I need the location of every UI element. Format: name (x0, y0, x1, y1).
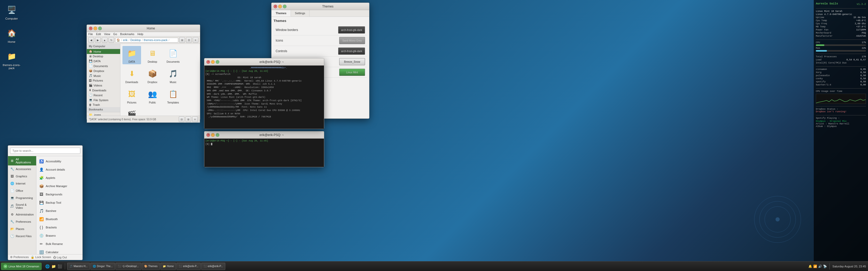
sidebar-desktop[interactable]: 🖥Desktop (87, 54, 120, 59)
terminal2-maximize[interactable]: □ (216, 133, 219, 137)
window-borders-value[interactable]: arch-frost-gtk-dark (338, 26, 365, 34)
app-backgrounds[interactable]: 🖼 Backgrounds (36, 190, 83, 199)
menu-bookmarks[interactable]: Bookmarks (120, 33, 134, 36)
breadcrumb-home[interactable]: 🏠 (117, 38, 120, 42)
taskbar-icon-network[interactable]: 🌐 (45, 264, 51, 269)
tray-icon-update[interactable]: 🔔 (808, 265, 812, 268)
category-graphics[interactable]: 🖼 Graphics (8, 173, 36, 180)
sidebar-trash[interactable]: 🗑Trash (87, 102, 120, 107)
file-Music[interactable]: 🎵 Music (164, 66, 182, 84)
file-Public[interactable]: 👥 Public (143, 87, 162, 105)
taskbar-app-themes[interactable]: 🎨 Themes (142, 263, 160, 270)
terminal2-close[interactable]: ✕ (207, 133, 210, 137)
category-internet[interactable]: 🌐 Internet (8, 180, 36, 187)
tray-icon-network[interactable]: 📶 (813, 265, 817, 268)
terminal1-maximize[interactable]: □ (216, 60, 219, 64)
taskbar-app-terminal2[interactable]: ⬛ erik@erik-P... (201, 263, 225, 270)
statusbar-btn2[interactable]: ⊞ (185, 116, 191, 122)
themes-maximize[interactable]: □ (283, 5, 286, 8)
app-calculator[interactable]: 🔢 Calculator (36, 248, 83, 254)
taskbar-app-dmgur[interactable]: 🌐 Dmgur: The... (90, 263, 115, 270)
app-account-details[interactable]: 👤 Account details (36, 165, 83, 174)
app-applets[interactable]: 🧩 Applets (36, 174, 83, 182)
file-Desktop[interactable]: 🖥 Desktop (143, 46, 162, 64)
view-details-button[interactable]: ≡ (193, 37, 198, 43)
forward-button[interactable]: ▶ (95, 37, 101, 43)
menu-logout-btn[interactable]: ⏻ Log Out (53, 256, 67, 259)
icons-value[interactable]: Sardi Mono Grey (339, 37, 365, 44)
themes-close[interactable]: ✕ (274, 5, 277, 8)
sidebar-music[interactable]: 🎵Music (87, 73, 120, 78)
view-list-button[interactable]: ☰ (186, 37, 192, 43)
breadcrumb-erik[interactable]: erik (123, 38, 128, 41)
file-Documents[interactable]: 📄 Documents (164, 46, 182, 64)
view-icons-button[interactable]: ⊞ (179, 37, 185, 43)
tray-icon-volume[interactable]: 🔊 (818, 265, 822, 268)
sidebar-videos[interactable]: 🎬Videos (87, 83, 120, 88)
terminal1-close[interactable]: ✕ (207, 60, 210, 64)
category-recent-files[interactable]: 🕐 Recent Files (8, 233, 36, 240)
terminal1-body[interactable]: .MMMMMMMMMMMMMMMMMMMMMMds+. [erik@erik-P… (204, 66, 324, 129)
sidebar-home[interactable]: 🏠Home (87, 49, 120, 54)
category-sound-video[interactable]: 🎵 Sound & Video (8, 202, 36, 211)
mint-menu-button[interactable]: M Linux Mint 18 Cinnamon (1, 263, 41, 270)
app-brackets[interactable]: { } Brackets (36, 223, 83, 232)
app-archive-manager[interactable]: 📦 Archive Manager (36, 182, 83, 190)
terminal2-minimize[interactable]: − (211, 133, 215, 137)
file-manager-maximize[interactable]: □ (98, 27, 102, 30)
controls-value[interactable]: arch-frost-gtk-dark (338, 47, 365, 55)
tray-icon-bluetooth[interactable]: 📡 (823, 265, 827, 268)
file-Dropbox[interactable]: 📦 Dropbox (143, 66, 162, 84)
menu-help[interactable]: Help (137, 33, 144, 36)
app-bulk-rename[interactable]: ✏ Bulk Rename (36, 240, 83, 248)
sidebar-recent[interactable]: 🕐Recent (87, 93, 120, 98)
category-all-applications[interactable]: ⊞ All Applications (8, 156, 36, 165)
taskbar-datetime[interactable]: Saturday August 20, 23:45 (832, 265, 866, 268)
category-administration[interactable]: ⚙ Administration (8, 211, 36, 218)
taskbar-icon-file[interactable]: 📁 (51, 264, 57, 269)
taskbar-app-home[interactable]: 📁 Home (160, 263, 176, 270)
menu-edit[interactable]: Edit (96, 33, 101, 36)
breadcrumb-themes[interactable]: themes-icons-pack (144, 38, 167, 41)
desktop-icon-home[interactable]: 🏠 Home (1, 26, 22, 44)
sidebar-data[interactable]: 💾DATA (87, 59, 120, 64)
file-manager-minimize[interactable]: − (94, 27, 97, 30)
app-brasero[interactable]: 💿 Brasero (36, 232, 83, 240)
sidebar-bookmark-icons[interactable]: 📁.icons (87, 112, 120, 115)
category-places[interactable]: 📂 Places (8, 225, 36, 233)
menu-search-input[interactable] (10, 148, 80, 154)
menu-lock-btn[interactable]: 🔒 Lock Screen (31, 256, 51, 259)
tab-settings[interactable]: Settings (291, 10, 310, 16)
reload-button[interactable]: ↻ (108, 37, 114, 43)
app-backup-tool[interactable]: 💾 Backup Tool (36, 199, 83, 207)
file-Pictures[interactable]: 🖼 Pictures (122, 87, 141, 105)
sidebar-filesystem[interactable]: 💻File System (87, 98, 120, 102)
terminal2-body[interactable]: [erik@erik-PSQ ~] - [-] - [Sat Aug 20, 1… (204, 139, 324, 167)
category-programming[interactable]: 💻 Programming (8, 194, 36, 202)
category-accessories[interactable]: 🔧 Accessories (8, 165, 36, 173)
taskbar-app-terminal1[interactable]: ⬛ erik@erik-P... (177, 263, 200, 270)
sidebar-pictures[interactable]: 🖼Pictures (87, 78, 120, 83)
category-office[interactable]: 📄 Office (8, 187, 36, 194)
menu-preferences-btn[interactable]: ⚙ Preferences (10, 256, 29, 259)
terminal1-minimize[interactable]: − (211, 60, 215, 64)
sidebar-documents[interactable]: 📄Documents (87, 64, 120, 68)
sidebar-dropbox[interactable]: 📦Dropbox (87, 68, 120, 73)
app-bluetooth[interactable]: 📶 Bluetooth (36, 215, 83, 223)
statusbar-btn3[interactable]: ≡ (192, 116, 198, 122)
taskbar-icon-terminal[interactable]: ⬛ (57, 264, 63, 269)
taskbar-app-desktop[interactable]: ⬛ ~[->Desktop/... (116, 263, 141, 270)
breadcrumb-desktop[interactable]: Desktop (130, 38, 141, 41)
file-Videos[interactable]: 🎬 Videos (122, 107, 141, 115)
menu-view[interactable]: View (104, 33, 110, 36)
file-Templates[interactable]: 📋 Templates (164, 87, 182, 105)
statusbar-btn1[interactable]: ⊟ (179, 116, 184, 122)
file-Downloads[interactable]: ⬇ Downloads (122, 66, 141, 84)
taskbar-app-maestro[interactable]: 🎵 Maestro H... (67, 263, 90, 270)
category-preferences[interactable]: 🔧 Preferences (8, 218, 36, 225)
desktop-value[interactable]: Linux Mint (339, 69, 365, 76)
file-manager-close[interactable]: ✕ (89, 27, 92, 30)
file-DATA[interactable]: 📁 DATA (122, 46, 141, 64)
back-button[interactable]: ◀ (88, 37, 94, 43)
desktop-icon-computer[interactable]: 🖥️ Computer (1, 3, 22, 21)
